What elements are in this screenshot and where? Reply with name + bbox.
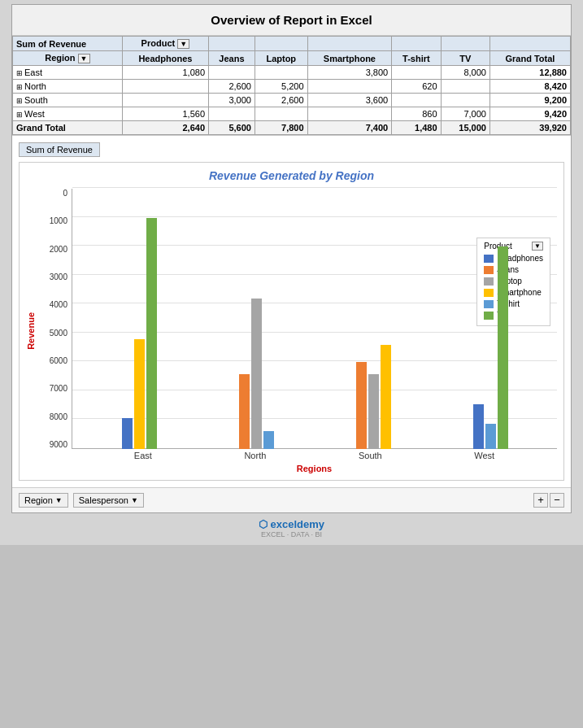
laptop-header: Laptop [255,51,307,66]
chart-title: Revenue Generated by Region [26,169,557,182]
y-tick: 6000 [39,356,70,365]
chart-bar [473,404,484,449]
plus-minus-group: + − [533,493,564,508]
pivot-subheader-row: Region ▼ Headphones Jeans Laptop Smartph… [13,51,571,66]
pivot-data-row: ⊞East1,0803,8008,00012,880 [13,66,571,80]
headphones-header: Headphones [122,51,208,66]
pivot-data-row: ⊞South3,0002,6003,6009,200 [13,94,571,107]
x-axis-label: West [474,451,494,460]
y-tick: 9000 [39,440,70,449]
spreadsheet-bg: Overview of Report in Excel Sum of Reven… [0,0,583,545]
jeans-header: Jeans [209,51,255,66]
y-axis-ticks: 9000800070006000500040003000200010000 [39,189,70,449]
chart-bar [263,431,274,449]
watermark-logo: ⬡ exceldemy [259,518,324,530]
x-axis-label: North [244,451,266,460]
gridline [72,187,557,188]
tshirt-header: T-shirt [392,51,441,66]
plus-btn[interactable]: + [533,493,548,508]
pivot-data-row: ⊞North2,6005,2006208,420 [13,80,571,94]
salesperson-filter-arrow: ▼ [131,496,138,504]
bar-groups [72,189,557,449]
x-axis-label: South [359,451,382,460]
x-axis-title: Regions [72,464,557,473]
x-axis-labels: EastNorthSouthWest [72,449,557,462]
minus-btn[interactable]: − [550,493,564,508]
product-filter-btn[interactable]: ▼ [177,39,189,49]
chart-bar [251,299,262,449]
region-filter-btn[interactable]: ▼ [78,54,90,63]
chart-bar [146,218,157,449]
region-filter-arrow: ▼ [55,496,63,504]
y-tick: 1000 [39,216,70,225]
bar-group [473,246,508,449]
watermark-tagline: EXCEL · DATA · BI [7,530,576,538]
x-axis-label: East [134,451,152,460]
smartphone-header: Smartphone [307,51,392,66]
grand-total-row: Grand Total2,6405,6007,8007,4001,48015,0… [13,121,571,135]
region-filter-label: Region [24,495,53,505]
y-tick: 5000 [39,329,70,338]
y-tick: 7000 [39,384,70,393]
sum-of-revenue-btn[interactable]: Sum of Revenue [19,142,100,157]
chart-bar [122,418,133,449]
pivot-data-row: ⊞West1,5608607,0009,420 [13,107,571,121]
y-tick: 2000 [39,245,70,254]
report-title: Overview of Report in Excel [12,5,571,36]
chart-bar [356,362,367,449]
sum-of-revenue-label: Sum of Revenue [16,39,86,49]
region-filter-tag[interactable]: Region ▼ [19,493,68,508]
salesperson-filter-label: Salesperson [79,495,128,505]
pivot-header-row: Sum of Revenue Product ▼ [13,37,571,51]
filter-group: Region ▼ Salesperson ▼ [19,493,144,508]
y-tick: 8000 [39,412,70,421]
bar-group [356,345,391,449]
chart-bar [485,424,496,449]
watermark: ⬡ exceldemy EXCEL · DATA · BI [3,515,580,542]
chart-bar [134,339,145,449]
y-tick: 4000 [39,300,70,309]
bar-group [122,218,157,449]
bar-group [239,299,274,449]
y-tick: 3000 [39,272,70,281]
chart-bar [368,374,379,449]
region-header: Region [45,53,75,63]
grandtotal-header: Grand Total [489,51,570,66]
chart-inner: 9000800070006000500040003000200010000 Ea… [39,189,557,473]
chart-plot [72,189,557,449]
chart-container: Revenue Generated by Region Revenue [19,162,564,481]
chart-bar [381,345,391,449]
y-tick: 0 [39,189,70,198]
bottom-filters: Region ▼ Salesperson ▼ + − [12,487,571,512]
y-axis-label: Revenue [26,312,36,350]
chart-bar [498,246,508,449]
chart-area: Sum of Revenue Revenue Generated by Regi… [12,135,571,487]
salesperson-filter-tag[interactable]: Salesperson ▼ [73,493,144,508]
tv-header: TV [441,51,489,66]
pivot-table: Sum of Revenue Product ▼ [12,36,571,135]
chart-bar [239,374,250,449]
product-filter-label: Product [141,38,176,48]
